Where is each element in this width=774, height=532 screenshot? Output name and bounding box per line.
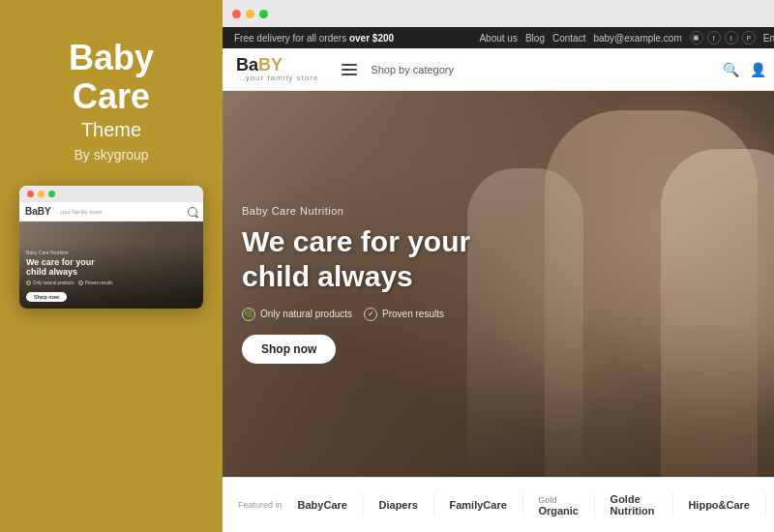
mini-logo-tagline: ...your family store [55,209,103,215]
brand-familycare: FamilyCare [449,499,506,511]
browser-chrome [223,0,774,27]
instagram-icon[interactable]: ▣ [690,31,703,44]
figure-child1 [661,149,774,477]
facebook-icon[interactable]: f [707,31,721,44]
brand-name: Diapers [379,499,418,511]
hamburger-menu-icon[interactable] [342,64,357,75]
nav-logo: BaBY ...your family store [236,56,318,82]
proven-icon: ✓ [364,308,377,321]
brand-separator [522,493,523,517]
info-bar-right: About us Blog Contact baby@example.com ▣… [479,31,774,44]
brand-separator [433,493,434,517]
brand-gold-organic: Gold Organic [538,493,579,517]
shop-by-category-link[interactable]: Shop by category [371,64,454,75]
mini-hero-label: Baby Care Nutrition [26,250,196,255]
feature-natural: 🌿 Only natural products [242,308,352,321]
browser-content: Free delivery for all orders over $200 A… [223,27,774,532]
nav-logo-tagline: ...your family store [236,74,318,82]
mini-shop-button[interactable]: Shop now [26,292,67,302]
social-icons: ▣ f t P [690,31,756,44]
nav-right-icons: 🔍 👤 🤍 0 🛒 0 [723,61,774,78]
mini-logo-text: BaBY [25,206,51,217]
brand-separator [363,493,364,517]
brands-bar: Featured in BabyCare Diapers FamilyCare … [223,477,774,532]
mini-badge-proven: ✓ Proven results [78,281,113,285]
hero-title: We care for your child always [242,224,470,294]
featured-in-label: Featured in [238,500,283,510]
about-link[interactable]: About us [479,33,517,44]
info-bar: Free delivery for all orders over $200 A… [223,27,774,48]
blog-link[interactable]: Blog [525,33,545,44]
right-panel: Free delivery for all orders over $200 A… [223,0,774,532]
chrome-dot-green[interactable] [259,10,268,18]
brand-name: FamilyCare [449,499,506,511]
product-title: Baby Care [69,39,154,115]
brand-separator [765,493,766,517]
contact-link[interactable]: Contact [552,33,585,44]
chrome-dot-red[interactable] [232,10,241,18]
chrome-dot-yellow[interactable] [246,10,254,18]
feature-proven: ✓ Proven results [364,308,444,321]
language-selector[interactable]: English [763,33,774,44]
hero-content: Baby Care Nutrition We care for your chi… [242,91,470,477]
pinterest-icon[interactable]: P [742,31,756,44]
mini-dot-yellow [38,191,45,197]
figure-child2 [467,168,583,477]
brand-separator [594,493,595,517]
brand-golde-nutrition: Golde Nutrition [610,493,657,517]
account-icon[interactable]: 👤 [750,61,767,78]
hero-label: Baby Care Nutrition [242,205,470,217]
twitter-icon[interactable]: t [725,31,738,44]
brand-diapers: Diapers [379,499,418,511]
mini-nav: BaBY ...your family store [19,202,203,222]
promo-text: Free delivery for all orders over $200 [234,33,394,44]
brand-name: Golde Nutrition [610,493,657,517]
hero-section: Baby Care Nutrition We care for your chi… [223,91,774,477]
email-text: baby@example.com [593,33,681,44]
product-subtitle: Theme [81,119,141,141]
mini-natural-icon: 🌿 [26,281,31,285]
mini-badge-natural: 🌿 Only natural products [26,281,74,285]
brand-separator [672,493,673,517]
mini-dot-red [27,191,34,197]
hero-features: 🌿 Only natural products ✓ Proven results [242,308,470,321]
mini-hero-title: We care for your child always [26,257,196,279]
search-icon[interactable]: 🔍 [723,61,740,78]
main-nav: BaBY ...your family store Shop by catego… [223,48,774,91]
mini-logo: BaBY [25,206,51,217]
mini-hero-overlay: Baby Care Nutrition We care for your chi… [19,244,203,310]
natural-icon: 🌿 [242,308,255,321]
mini-badges: 🌿 Only natural products ✓ Proven results [26,281,196,285]
brand-name: Gold Organic [538,493,579,517]
mini-proven-icon: ✓ [78,281,83,285]
nav-logo-main: BaBY [236,56,283,74]
product-byline: By skygroup [74,147,148,163]
mini-hero: Baby Care Nutrition We care for your chi… [19,222,203,309]
brand-babycare: BabyCare [298,499,347,511]
mini-search-icon [188,207,197,217]
left-panel: Baby Care Theme By skygroup BaBY ...your… [0,0,223,532]
mini-browser-preview: BaBY ...your family store Baby Care Nutr… [19,186,203,309]
mini-browser-chrome [19,186,203,202]
brand-name: Hippo&Care [688,499,750,511]
brand-hippo-care: Hippo&Care [688,499,750,511]
brand-name: BabyCare [298,499,347,511]
shop-now-button[interactable]: Shop now [242,335,336,364]
mini-dot-green [48,191,55,197]
